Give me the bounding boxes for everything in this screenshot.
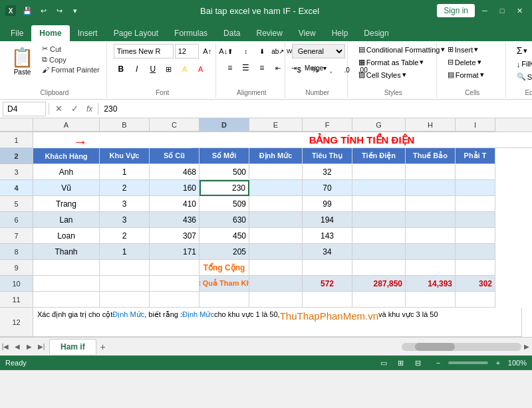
cell-i8[interactable] — [456, 244, 495, 260]
cell-i3[interactable] — [456, 164, 495, 180]
cell-a9[interactable] — [33, 260, 100, 276]
format-as-table-button[interactable]: ▦ Format as Table ▾ — [354, 56, 428, 68]
cell-d11[interactable] — [200, 292, 249, 308]
cell-f7[interactable]: 143 — [303, 228, 352, 244]
font-color-button[interactable]: A — [194, 62, 208, 76]
cell-f3[interactable]: 32 — [303, 164, 352, 180]
cell-d3[interactable]: 500 — [200, 164, 249, 180]
cut-button[interactable]: ✂ Cut — [39, 44, 102, 54]
cell-b6[interactable]: 3 — [100, 212, 150, 228]
cell-a8[interactable]: Thanh — [33, 244, 100, 260]
col-header-f[interactable]: F — [303, 118, 352, 132]
cell-i11[interactable] — [456, 292, 495, 308]
customize-button[interactable]: ▾ — [68, 3, 82, 18]
cell-a6[interactable]: Lan — [33, 212, 100, 228]
cell-i7[interactable] — [456, 228, 495, 244]
row-num-5[interactable]: 5 — [0, 196, 33, 212]
cell-d4[interactable]: 230 — [200, 180, 249, 196]
cell-f11[interactable] — [303, 292, 352, 308]
format-button[interactable]: ▤ Format ▾ — [444, 69, 488, 80]
cell-c2[interactable]: Số Cũ — [150, 148, 200, 164]
col-header-h[interactable]: H — [406, 118, 456, 132]
cell-d6[interactable]: 630 — [200, 212, 249, 228]
cell-h5[interactable] — [406, 196, 456, 212]
comma-button[interactable]: , — [324, 62, 338, 77]
row-num-4[interactable]: 4 — [0, 180, 33, 196]
cell-h9[interactable] — [406, 260, 456, 276]
cell-e9[interactable] — [249, 260, 303, 276]
maximize-button[interactable]: □ — [495, 3, 509, 18]
bold-button[interactable]: B — [114, 62, 128, 76]
cell-g11[interactable] — [352, 292, 406, 308]
add-sheet-button[interactable]: + — [96, 340, 110, 354]
cell-g4[interactable] — [352, 180, 406, 196]
cell-i2[interactable]: Phải T — [456, 148, 495, 164]
cell-d9[interactable]: Tổng Cộng — [200, 260, 249, 276]
cell-b7[interactable]: 2 — [100, 228, 150, 244]
cell-f9[interactable] — [303, 260, 352, 276]
close-button[interactable]: ✕ — [512, 3, 527, 18]
percent-button[interactable]: % — [308, 62, 323, 77]
cell-a2[interactable]: Khách Hàng — [33, 148, 100, 164]
cell-e4[interactable] — [249, 180, 303, 196]
cell-a11[interactable] — [33, 292, 100, 308]
cell-h6[interactable] — [406, 212, 456, 228]
row-num-10[interactable]: 10 — [0, 276, 33, 292]
cell-c5[interactable]: 410 — [150, 196, 200, 212]
cell-b3[interactable]: 1 — [100, 164, 150, 180]
cell-b9[interactable] — [100, 260, 150, 276]
cell-e7[interactable] — [249, 228, 303, 244]
page-layout-view-button[interactable]: ⊞ — [394, 356, 408, 370]
cell-c6[interactable]: 436 — [150, 212, 200, 228]
paste-button[interactable]: 📋 Paste — [7, 44, 38, 78]
insert-button[interactable]: ⊞ Insert ▾ — [444, 44, 483, 55]
cell-d10[interactable]: Kết Quả Tham Khảo — [200, 276, 249, 292]
save-button[interactable]: 💾 — [20, 3, 35, 18]
cell-d1[interactable]: BẢNG TÍNH TIỀN ĐIỆN — [192, 132, 532, 148]
cell-e8[interactable] — [249, 244, 303, 260]
cancel-formula-button[interactable]: ✕ — [52, 102, 65, 116]
sheet-nav-next[interactable]: ▶ — [24, 342, 35, 352]
redo-button[interactable]: ↪ — [52, 3, 66, 18]
sheet-nav-prev[interactable]: ◀ — [12, 342, 23, 352]
cell-e5[interactable] — [249, 196, 303, 212]
cell-b4[interactable]: 2 — [100, 180, 150, 196]
cell-h4[interactable] — [406, 180, 456, 196]
cell-f5[interactable]: 99 — [303, 196, 352, 212]
increase-font-button[interactable]: A↑ — [200, 44, 215, 58]
cell-c4[interactable]: 160 — [150, 180, 200, 196]
tab-formulas[interactable]: Formulas — [166, 25, 215, 41]
cell-a10[interactable] — [33, 276, 100, 292]
sum-button[interactable]: Σ ▾ — [513, 44, 532, 57]
row-num-9[interactable]: 9 — [0, 260, 33, 276]
row-num-1[interactable]: 1 — [0, 132, 33, 148]
cell-g3[interactable] — [352, 164, 406, 180]
col-header-c[interactable]: C — [150, 118, 200, 132]
row-num-2[interactable]: 2 — [0, 148, 33, 164]
number-format-select[interactable]: General — [292, 44, 345, 58]
row-num-12[interactable]: 12 — [0, 308, 33, 337]
cell-h2[interactable]: Thuế Bảo — [406, 148, 456, 164]
sheet-tab-hamif[interactable]: Ham if — [49, 339, 96, 354]
col-header-b[interactable]: B — [100, 118, 150, 132]
cell-e10[interactable] — [249, 276, 303, 292]
fill-color-button[interactable]: A — [178, 62, 192, 76]
cell-a12[interactable]: Xác định gia trị cho cột Định Mức, biết … — [33, 308, 522, 337]
cell-c11[interactable] — [150, 292, 200, 308]
tab-review[interactable]: Review — [248, 25, 290, 41]
copy-button[interactable]: ⧉ Copy — [39, 54, 102, 64]
cell-f6[interactable]: 194 — [303, 212, 352, 228]
border-button[interactable]: ⊞ — [162, 62, 176, 76]
align-left-button[interactable]: ≡ — [223, 60, 237, 75]
col-header-e[interactable]: E — [249, 118, 303, 132]
tab-file[interactable]: File — [3, 25, 31, 41]
confirm-formula-button[interactable]: ✓ — [68, 102, 81, 116]
zoom-in-button[interactable]: + — [491, 356, 505, 370]
currency-button[interactable]: $ — [292, 62, 307, 77]
cell-i5[interactable] — [456, 196, 495, 212]
cell-i9[interactable] — [456, 260, 495, 276]
minimize-button[interactable]: ─ — [477, 3, 492, 18]
cell-e11[interactable] — [249, 292, 303, 308]
cell-h3[interactable] — [406, 164, 456, 180]
row-num-8[interactable]: 8 — [0, 244, 33, 260]
